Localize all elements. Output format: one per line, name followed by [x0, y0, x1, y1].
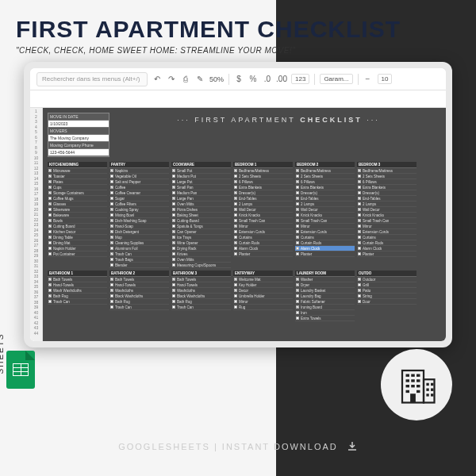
checklist-item[interactable]: Pot Container — [48, 251, 107, 257]
checklist-item[interactable]: Grill — [357, 282, 416, 288]
checkbox[interactable] — [110, 263, 113, 267]
checkbox[interactable] — [358, 169, 361, 172]
checkbox[interactable] — [48, 278, 52, 281]
checkbox[interactable] — [172, 230, 175, 233]
checkbox[interactable] — [110, 169, 113, 172]
checklist-item[interactable]: Dish Detergent — [109, 229, 169, 235]
checkbox[interactable] — [48, 202, 52, 205]
checkbox[interactable] — [234, 230, 237, 233]
checklist-item[interactable]: Bowls — [48, 218, 107, 224]
checkbox[interactable] — [172, 289, 175, 292]
checklist-item[interactable]: Laundry Basket — [295, 288, 355, 294]
checklist-item[interactable]: Iron — [295, 310, 355, 316]
checkbox[interactable] — [296, 317, 299, 320]
checklist-item[interactable]: 2 Lamps — [357, 202, 416, 207]
checklist-item[interactable]: Aluminum Foil — [109, 246, 169, 251]
checklist-item[interactable]: Bath Towels — [171, 277, 231, 282]
checklist-item[interactable]: Bath Rug — [171, 299, 231, 305]
checklist-item[interactable]: Cutting-Board — [171, 218, 231, 224]
checklist-item[interactable]: Glasses — [48, 202, 107, 207]
checkbox[interactable] — [172, 247, 175, 250]
checklist-item[interactable]: Plates — [48, 179, 107, 185]
checklist-item[interactable]: Alarm Clock — [357, 246, 416, 251]
checkbox[interactable] — [48, 197, 52, 200]
checklist-item[interactable]: Bedframe/Mattress — [295, 168, 355, 174]
checklist-item[interactable]: Hand-Towels — [48, 282, 107, 288]
checklist-item[interactable]: Curtains — [357, 235, 416, 240]
checklist-item[interactable]: Trash Can — [171, 305, 231, 310]
checklist-item[interactable]: Sugar — [109, 196, 169, 202]
checklist-item[interactable]: 6 Pillows — [357, 179, 416, 185]
checklist-item[interactable]: 2 Sets Sheets — [233, 174, 293, 179]
checklist-item[interactable]: Trash Can — [109, 305, 169, 310]
checklist-item[interactable]: Vegetable Oil — [109, 174, 169, 179]
checklist-item[interactable]: Toaster — [48, 174, 107, 179]
checkbox[interactable] — [296, 252, 299, 255]
checkbox[interactable] — [48, 191, 52, 194]
number-format[interactable]: 123 — [291, 74, 309, 84]
checklist-item[interactable]: Coffee Filters — [109, 202, 169, 207]
checklist-item[interactable]: Bath Towels — [109, 277, 169, 282]
checklist-item[interactable]: Small Pan — [171, 185, 231, 190]
checkbox[interactable] — [48, 247, 52, 250]
checkbox[interactable] — [48, 208, 52, 211]
checkbox[interactable] — [234, 175, 237, 178]
checklist-item[interactable]: Knick Knacks — [233, 213, 293, 218]
checkbox[interactable] — [110, 289, 113, 292]
checkbox[interactable] — [48, 300, 52, 303]
checklist-item[interactable]: Bedframe/Mattress — [233, 168, 293, 174]
checkbox[interactable] — [234, 305, 237, 309]
checklist-item[interactable]: Planter — [233, 251, 293, 257]
checkbox[interactable] — [48, 213, 52, 217]
checkbox[interactable] — [358, 191, 361, 194]
checklist-item[interactable]: Extra Blankets — [357, 185, 416, 190]
checkbox[interactable] — [110, 241, 113, 244]
checkbox[interactable] — [234, 247, 237, 250]
checklist-item[interactable]: Small Trash Can — [295, 218, 355, 224]
checkbox[interactable] — [110, 197, 113, 200]
checkbox[interactable] — [296, 283, 299, 286]
checkbox[interactable] — [234, 208, 237, 211]
checklist-item[interactable]: Bakeware — [48, 213, 107, 218]
redo-icon[interactable]: ↷ — [167, 75, 176, 84]
checklist-item[interactable]: Alarm Clock — [295, 246, 355, 251]
checkbox[interactable] — [234, 213, 237, 217]
checklist-item[interactable]: Baking Sheet — [171, 213, 231, 218]
checklist-item[interactable]: Microwave — [48, 168, 107, 174]
checkbox[interactable] — [172, 191, 175, 194]
checklist-item[interactable]: Laundry Bag — [295, 294, 355, 299]
checkbox[interactable] — [110, 208, 113, 211]
checklist-item[interactable]: Decor — [233, 288, 293, 294]
checkbox[interactable] — [172, 241, 175, 244]
checklist-item[interactable]: Storage Containers — [48, 190, 107, 196]
checklist-item[interactable]: Large Pot — [171, 179, 231, 185]
checklist-item[interactable]: Dresser(s) — [295, 190, 355, 196]
checklist-item[interactable]: Mixing Bowl — [109, 213, 169, 218]
checkbox[interactable] — [296, 175, 299, 178]
checkbox[interactable] — [172, 186, 175, 189]
checklist-item[interactable]: Extra Blankets — [295, 185, 355, 190]
checklist-item[interactable]: Coffee Creamer — [109, 190, 169, 196]
checklist-item[interactable]: Oven Mitts — [171, 257, 231, 263]
checkbox[interactable] — [296, 294, 299, 298]
checkbox[interactable] — [234, 236, 237, 239]
checkbox[interactable] — [110, 252, 113, 255]
checklist-item[interactable]: Mirror — [233, 224, 293, 229]
checklist-item[interactable]: Washcloths — [171, 288, 231, 294]
checkbox[interactable] — [110, 236, 113, 239]
checklist-item[interactable]: Door — [357, 299, 416, 305]
checkbox[interactable] — [296, 236, 299, 239]
checklist-item[interactable]: Napkin Holder — [48, 246, 107, 251]
checklist-item[interactable]: End-Tables — [233, 196, 293, 202]
checkbox[interactable] — [234, 300, 237, 303]
undo-icon[interactable]: ↶ — [152, 75, 162, 84]
checkbox[interactable] — [296, 180, 299, 183]
checkbox[interactable] — [296, 278, 299, 281]
checklist-item[interactable]: Pizza Dishes — [171, 207, 231, 213]
meta-value[interactable]: The Moving Company — [48, 135, 109, 142]
checkbox[interactable] — [234, 278, 237, 281]
paint-icon[interactable]: ✎ — [195, 75, 205, 84]
zoom-level[interactable]: 50% — [209, 75, 224, 83]
checkbox[interactable] — [172, 300, 175, 303]
checklist-item[interactable]: Bedframe/Mattress — [357, 168, 416, 174]
